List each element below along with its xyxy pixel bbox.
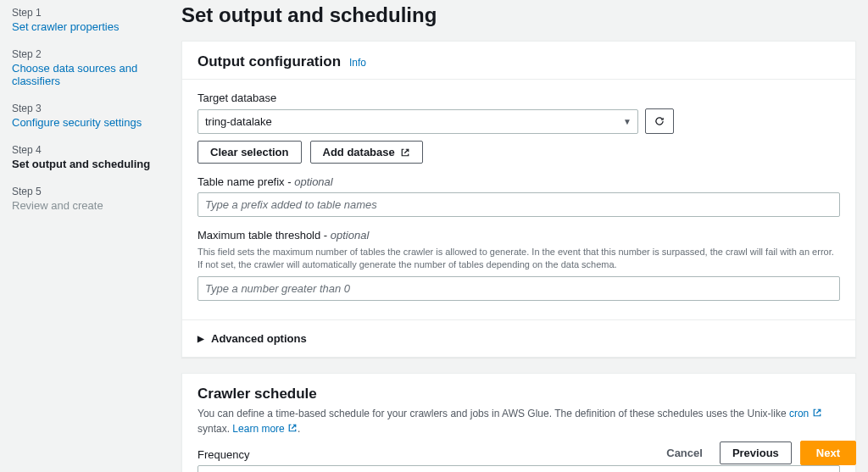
threshold-field: Maximum table threshold - optional This … [198,229,840,301]
target-database-field: Target database tring-datalake ▼ [198,92,840,164]
cancel-button[interactable]: Cancel [658,441,711,464]
target-database-select[interactable]: tring-datalake [198,109,638,134]
wizard-steps: Step 1 Set crawler properties Step 2 Cho… [0,0,170,472]
crawler-schedule-heading: Crawler schedule [198,386,317,402]
threshold-input[interactable] [198,276,840,301]
step-4: Step 4 Set output and scheduling [12,144,158,170]
table-prefix-label: Table name prefix - optional [198,175,840,188]
advanced-options-toggle[interactable]: ▶ Advanced options [182,319,855,357]
external-link-icon [812,408,822,418]
step-1[interactable]: Step 1 Set crawler properties [12,7,158,33]
caret-right-icon: ▶ [198,334,204,343]
refresh-button[interactable] [645,108,674,134]
table-prefix-input[interactable] [198,192,840,217]
threshold-label: Maximum table threshold - optional [198,229,840,242]
step-3[interactable]: Step 3 Configure security settings [12,103,158,129]
frequency-select[interactable]: On demand [198,465,840,472]
step-5: Step 5 Review and create [12,186,158,212]
next-button[interactable]: Next [800,441,856,465]
target-database-label: Target database [198,92,840,104]
output-config-heading: Output configuration [198,53,341,69]
refresh-icon [654,116,665,126]
clear-selection-button[interactable]: Clear selection [198,141,302,164]
step-2[interactable]: Step 2 Choose data sources and classifie… [12,48,158,87]
add-database-button[interactable]: Add database [310,141,423,164]
wizard-footer: Cancel Previous Next [658,441,856,465]
learn-more-link[interactable]: Learn more [232,423,298,435]
page-title: Set output and scheduling [181,3,856,27]
previous-button[interactable]: Previous [720,441,792,464]
external-link-icon [287,423,298,433]
threshold-help: This field sets the maximum number of ta… [198,246,840,272]
output-config-panel: Output configuration Info Target databas… [181,41,856,358]
cron-link[interactable]: cron [789,408,822,419]
external-link-icon [400,147,410,158]
crawler-schedule-description: You can define a time-based schedule for… [198,406,840,436]
table-prefix-field: Table name prefix - optional [198,175,840,217]
info-link[interactable]: Info [349,57,366,69]
